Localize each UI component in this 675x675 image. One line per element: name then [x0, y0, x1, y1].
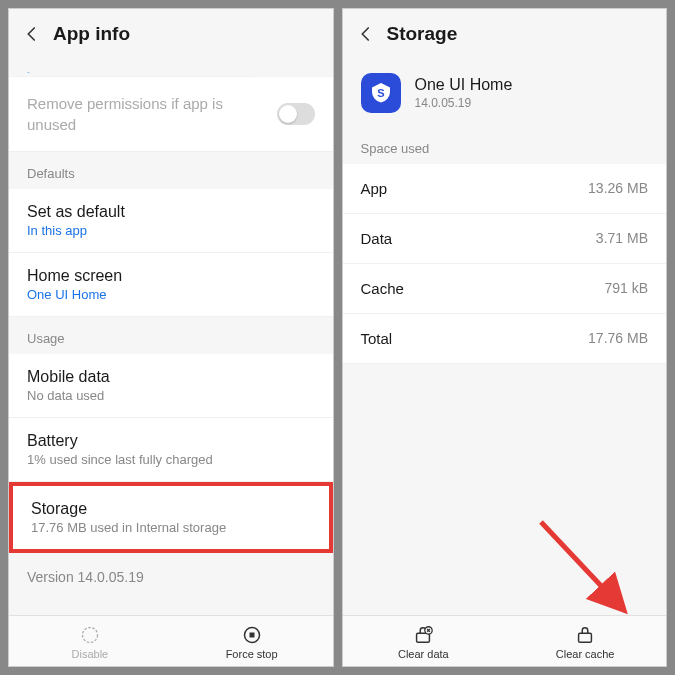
clear-cache-label: Clear cache [556, 648, 615, 660]
svg-rect-6 [579, 633, 592, 642]
app-header-row: S One UI Home 14.0.05.19 [343, 59, 667, 127]
notifications-cut [9, 59, 333, 77]
bottom-bar: Disable Force stop [9, 615, 333, 666]
version-label: Version 14.0.05.19 [9, 553, 333, 601]
header: Storage [343, 9, 667, 59]
content: Remove permissions if app is unused Defa… [9, 59, 333, 615]
remove-permissions-row[interactable]: Remove permissions if app is unused [9, 77, 333, 152]
space-row-label: Data [361, 230, 393, 247]
app-icon: S [361, 73, 401, 113]
set-as-default-row[interactable]: Set as default In this app [9, 189, 333, 253]
storage-row[interactable]: Storage 17.76 MB used in Internal storag… [9, 482, 333, 553]
storage-title: Storage [31, 500, 311, 518]
space-row-value: 13.26 MB [588, 180, 648, 197]
disable-button: Disable [9, 616, 171, 666]
set-default-title: Set as default [27, 203, 315, 221]
content: S One UI Home 14.0.05.19 Space used App1… [343, 59, 667, 615]
space-row: Total17.76 MB [343, 314, 667, 364]
space-row-value: 791 kB [604, 280, 648, 297]
page-title: Storage [387, 23, 458, 45]
space-rows: App13.26 MBData3.71 MBCache791 kBTotal17… [343, 164, 667, 364]
disable-label: Disable [72, 648, 109, 660]
space-used-label: Space used [343, 127, 667, 164]
mobile-data-sub: No data used [27, 388, 315, 403]
force-stop-icon [241, 624, 263, 646]
home-screen-row[interactable]: Home screen One UI Home [9, 253, 333, 317]
space-row-label: App [361, 180, 388, 197]
space-row: App13.26 MB [343, 164, 667, 214]
space-row-label: Cache [361, 280, 404, 297]
app-info-screen: App info Remove permissions if app is un… [8, 8, 334, 667]
disable-icon [79, 624, 101, 646]
remove-permissions-label: Remove permissions if app is unused [27, 93, 247, 135]
home-screen-title: Home screen [27, 267, 315, 285]
header: App info [9, 9, 333, 59]
usage-section-label: Usage [9, 317, 333, 354]
chevron-left-icon [357, 25, 375, 43]
defaults-section-label: Defaults [9, 152, 333, 189]
force-stop-label: Force stop [226, 648, 278, 660]
clear-data-label: Clear data [398, 648, 449, 660]
space-row-value: 3.71 MB [596, 230, 648, 247]
storage-screen: Storage S One UI Home 14.0.05.19 Space u… [342, 8, 668, 667]
svg-text:S: S [377, 87, 384, 99]
set-default-sub: In this app [27, 223, 315, 238]
svg-rect-2 [249, 633, 254, 638]
mobile-data-row[interactable]: Mobile data No data used [9, 354, 333, 418]
bottom-bar: Clear data Clear cache [343, 615, 667, 666]
chevron-left-icon [23, 25, 41, 43]
battery-sub: 1% used since last fully charged [27, 452, 315, 467]
space-row-value: 17.76 MB [588, 330, 648, 347]
storage-sub: 17.76 MB used in Internal storage [31, 520, 311, 535]
space-row: Data3.71 MB [343, 214, 667, 264]
app-name: One UI Home [415, 76, 513, 94]
home-screen-sub: One UI Home [27, 287, 315, 302]
force-stop-button[interactable]: Force stop [171, 616, 333, 666]
mobile-data-title: Mobile data [27, 368, 315, 386]
clear-cache-button[interactable]: Clear cache [504, 616, 666, 666]
clear-data-icon [412, 624, 434, 646]
remove-permissions-toggle[interactable] [277, 103, 315, 125]
clear-data-button[interactable]: Clear data [343, 616, 505, 666]
app-info: One UI Home 14.0.05.19 [415, 76, 513, 110]
back-button[interactable] [21, 23, 43, 45]
back-button[interactable] [355, 23, 377, 45]
space-row-label: Total [361, 330, 393, 347]
app-version: 14.0.05.19 [415, 96, 513, 110]
space-row: Cache791 kB [343, 264, 667, 314]
svg-point-0 [82, 628, 97, 643]
battery-row[interactable]: Battery 1% used since last fully charged [9, 418, 333, 482]
clear-cache-icon [574, 624, 596, 646]
page-title: App info [53, 23, 130, 45]
battery-title: Battery [27, 432, 315, 450]
